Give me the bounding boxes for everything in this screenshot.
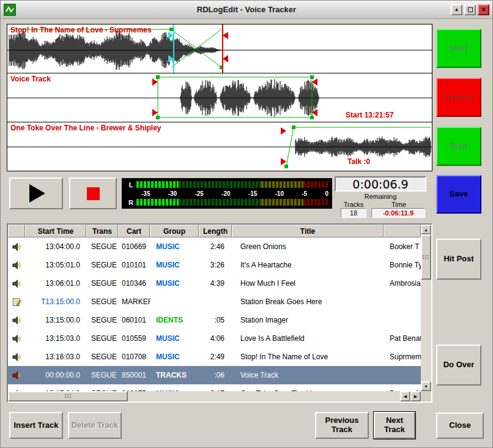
table-row[interactable]: 13:15:00.0 SEGUE 060101 IDENTS :05 Stati…: [8, 311, 421, 329]
cell-cart: 010346: [118, 279, 150, 288]
cell-length: 3:26: [199, 261, 232, 269]
col-trans[interactable]: Trans: [86, 225, 118, 237]
shade-button[interactable]: ▲: [451, 4, 462, 15]
cell-start-time: 00:00:00.0: [25, 371, 86, 379]
col-length[interactable]: Length: [199, 225, 232, 237]
col-start-time[interactable]: Start Time: [25, 225, 86, 237]
scroll-right-button[interactable]: ▶: [410, 391, 421, 401]
cell-start-time: 13:16:03.0: [25, 353, 86, 361]
cell-cart: MARKER: [118, 297, 150, 306]
cell-title: Green Onions: [232, 242, 384, 251]
hit-post-button[interactable]: Hit Post: [436, 239, 481, 280]
arrow-right-icon: ▶: [414, 394, 417, 399]
thumb-grip: [64, 394, 72, 399]
close-icon: ✕: [481, 6, 486, 13]
table-row[interactable]: 13:16:03.0 SEGUE 010708 MUSIC 2:49 Stop!…: [8, 348, 421, 366]
col-group[interactable]: Group: [150, 225, 199, 237]
thumb-grip: [422, 255, 430, 260]
maximize-icon: [468, 7, 473, 12]
table-row-selected[interactable]: 00:00:00.0 SEGUE 850001 TRACKS :06 Voice…: [8, 366, 421, 384]
horizontal-scrollbar-thumb[interactable]: [8, 391, 128, 401]
table-row[interactable]: 13:05:01.0 SEGUE 010101 MUSIC 3:26 It's …: [8, 256, 421, 274]
table-row[interactable]: 13:15:03.0 SEGUE 010559 MUSIC 4:06 Love …: [8, 329, 421, 348]
table-row[interactable]: T13:15:00.0 SEGUE MARKER Station Break G…: [8, 293, 421, 311]
shade-icon: ▲: [454, 7, 459, 12]
cell-group: MUSIC: [150, 334, 199, 343]
do-over-button[interactable]: Do Over: [436, 345, 481, 386]
next-track-button[interactable]: Next Track: [374, 412, 415, 439]
insert-track-button[interactable]: Insert Track: [9, 412, 63, 439]
arrow-down-icon: ▼: [424, 384, 428, 389]
cell-artist: Ambrosia: [384, 279, 421, 288]
track-panel-2[interactable]: Voice Track Start 13:21:57: [7, 73, 432, 122]
waveform-editor: Stop! In The Name of Love - Suprmemes Vo…: [7, 24, 432, 171]
cell-start-time: 13:05:01.0: [25, 261, 86, 269]
cell-group: MUSIC: [150, 261, 199, 269]
cell-start-time: 13:06:01.0: [25, 279, 86, 288]
col-title[interactable]: Title: [232, 225, 384, 237]
cell-length: :05: [199, 316, 232, 324]
previous-track-button[interactable]: Previous Track: [315, 412, 369, 439]
window-title: RDLogEdit - Voice Tracker: [1, 5, 492, 14]
table-header: Start Time Trans Cart Group Length Title: [8, 225, 421, 237]
meter-left-bar: L: [125, 181, 328, 188]
tracks-remaining-label: Tracks: [335, 201, 373, 208]
cell-title: How Much I Feel: [232, 279, 384, 288]
col-icon[interactable]: [8, 225, 25, 237]
tracks-remaining-value: 18: [341, 208, 366, 218]
time-remaining-value: -0:06:11.9: [371, 208, 425, 218]
cell-group: MUSIC: [150, 242, 199, 251]
col-cart[interactable]: Cart: [118, 225, 150, 237]
table-row[interactable]: 13:17:04.0 SEGUE 010175 MUSIC 3:17 One T…: [8, 384, 421, 391]
speaker-icon: [12, 353, 21, 362]
cell-trans: SEGUE: [86, 242, 118, 251]
vertical-scrollbar[interactable]: ▲ ▼: [421, 225, 431, 391]
col-artist[interactable]: [384, 225, 421, 237]
meter-scale: -35-30-25-20-15-10-50: [125, 190, 328, 197]
cell-trans: SEGUE: [86, 334, 118, 343]
vertical-scrollbar-thumb[interactable]: [421, 234, 431, 280]
stop-button[interactable]: [69, 177, 117, 209]
track-talk-annotation: Talk :0: [347, 157, 370, 166]
note-icon: [12, 297, 21, 307]
scroll-left-button[interactable]: ◀: [400, 391, 410, 401]
cell-length: 4:39: [199, 279, 232, 288]
cell-length: 2:46: [199, 242, 232, 251]
cell-trans: SEGUE: [86, 261, 118, 269]
cell-cart: 010559: [118, 334, 150, 343]
cell-length: :06: [199, 371, 232, 379]
cell-title: Station Imager: [232, 316, 384, 324]
cell-artist: Suprmemes: [384, 353, 421, 361]
cell-trans: SEGUE: [86, 371, 118, 379]
record-button[interactable]: Record: [436, 78, 481, 117]
remaining-label: Remaining: [335, 193, 426, 200]
speaker-icon: [12, 316, 21, 325]
cell-trans: SEGUE: [86, 353, 118, 361]
cell-start-time: 13:15:03.0: [25, 334, 86, 343]
meter-right-bar: R: [125, 199, 328, 206]
cell-trans: SEGUE: [86, 316, 118, 324]
scroll-up-button[interactable]: ▲: [421, 225, 431, 234]
track-panel-1[interactable]: Stop! In The Name of Love - Suprmemes: [7, 24, 432, 73]
scroll-down-button[interactable]: ▼: [421, 381, 431, 391]
cell-start-time: 13:04:00.0: [25, 242, 86, 251]
horizontal-scrollbar[interactable]: ◀ ▶: [8, 391, 421, 401]
meter-left-label: L: [125, 181, 136, 189]
arrow-left-icon: ◀: [404, 394, 407, 399]
track-panel-3[interactable]: One Toke Over The Line - Brewer & Shiple…: [7, 122, 432, 171]
cell-title: Voice Track: [232, 371, 384, 379]
cell-group: IDENTS: [150, 316, 199, 324]
close-dialog-button[interactable]: Close: [436, 413, 484, 439]
table-row[interactable]: 13:06:01.0 SEGUE 010346 MUSIC 4:39 How M…: [8, 274, 421, 293]
close-button[interactable]: ✕: [478, 4, 489, 15]
start-button-bottom[interactable]: Start: [436, 127, 481, 166]
table-row[interactable]: 13:04:00.0 SEGUE 010669 MUSIC 2:46 Green…: [8, 237, 421, 256]
play-button[interactable]: [9, 177, 63, 209]
cell-artist: Bonnie Tyle: [384, 261, 421, 269]
log-table: Start Time Trans Cart Group Length Title…: [7, 223, 432, 403]
save-button[interactable]: Save: [436, 175, 481, 214]
window-titlebar[interactable]: RDLogEdit - Voice Tracker ▲ ✕: [1, 1, 492, 19]
cell-title: It's A Heartache: [232, 261, 384, 269]
start-button-top[interactable]: Start: [436, 29, 481, 68]
maximize-button[interactable]: [464, 4, 476, 15]
